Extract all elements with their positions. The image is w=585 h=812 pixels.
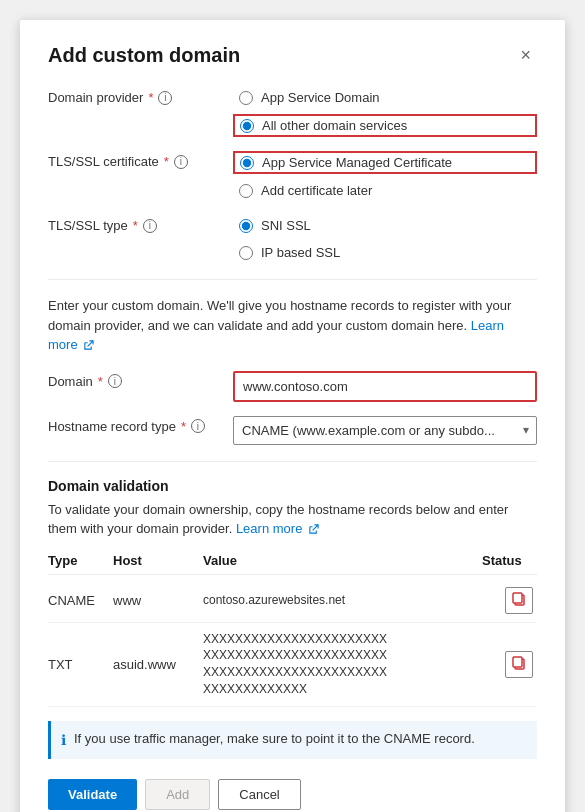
domain-provider-row: Domain provider * i App Service Domain A… xyxy=(48,87,537,137)
row1-copy-button[interactable] xyxy=(505,587,533,614)
table-row: TXT asuid.www XXXXXXXXXXXXXXXXXXXXXXXXXX… xyxy=(48,623,537,707)
col-host-header: Host xyxy=(113,553,203,568)
tls-type-info-icon[interactable]: i xyxy=(143,219,157,233)
radio-add-cert-later[interactable]: Add certificate later xyxy=(233,180,537,201)
row1-copy-cell xyxy=(482,587,537,614)
radio-ip-based-ssl[interactable]: IP based SSL xyxy=(233,242,537,263)
external-link-icon-2 xyxy=(308,524,319,535)
domain-field-label: Domain * i xyxy=(48,371,233,389)
radio-ip-based-ssl-input[interactable] xyxy=(239,246,253,260)
radio-add-cert-later-input[interactable] xyxy=(239,184,253,198)
dialog-title: Add custom domain xyxy=(48,44,240,67)
svg-rect-3 xyxy=(513,657,522,667)
tls-cert-controls: App Service Managed Certificate Add cert… xyxy=(233,151,537,201)
add-button: Add xyxy=(145,779,210,810)
domain-provider-info-icon[interactable]: i xyxy=(158,91,172,105)
hostname-record-type-controls: CNAME (www.example.com or any subdo... A… xyxy=(233,416,537,445)
hostname-record-type-select-wrapper: CNAME (www.example.com or any subdo... A… xyxy=(233,416,537,445)
tls-type-label: TLS/SSL type * i xyxy=(48,215,233,233)
hostname-record-type-select[interactable]: CNAME (www.example.com or any subdo... A… xyxy=(233,416,537,445)
row2-type: TXT xyxy=(48,657,113,672)
description-text: Enter your custom domain. We'll give you… xyxy=(48,296,537,355)
row1-host: www xyxy=(113,593,203,608)
tls-cert-info-icon[interactable]: i xyxy=(174,155,188,169)
tls-type-row: TLS/SSL type * i SNI SSL IP based SSL xyxy=(48,215,537,263)
hostname-record-type-label: Hostname record type * i xyxy=(48,416,233,434)
domain-provider-label: Domain provider * i xyxy=(48,87,233,105)
tls-cert-row: TLS/SSL certificate * i App Service Mana… xyxy=(48,151,537,201)
tls-cert-label: TLS/SSL certificate * i xyxy=(48,151,233,169)
domain-validation-desc: To validate your domain ownership, copy … xyxy=(48,500,537,539)
svg-rect-1 xyxy=(513,593,522,603)
col-status-header: Status xyxy=(482,553,537,568)
divider-2 xyxy=(48,461,537,462)
row1-value: contoso.azurewebsites.net xyxy=(203,592,482,609)
radio-all-other-domain-services-input[interactable] xyxy=(240,119,254,133)
close-button[interactable]: × xyxy=(514,44,537,66)
radio-app-service-domain[interactable]: App Service Domain xyxy=(233,87,537,108)
domain-provider-controls: App Service Domain All other domain serv… xyxy=(233,87,537,137)
tls-type-controls: SNI SSL IP based SSL xyxy=(233,215,537,263)
dialog-header: Add custom domain × xyxy=(48,44,537,67)
domain-field-controls xyxy=(233,371,537,402)
add-custom-domain-dialog: Add custom domain × Domain provider * i … xyxy=(20,20,565,812)
external-link-icon xyxy=(83,340,94,351)
validation-table: Type Host Value Status CNAME www contoso… xyxy=(48,553,537,707)
learn-more-link-validation[interactable]: Learn more xyxy=(236,521,319,536)
radio-app-service-managed-input[interactable] xyxy=(240,156,254,170)
cancel-button[interactable]: Cancel xyxy=(218,779,300,810)
col-type-header: Type xyxy=(48,553,113,568)
table-row: CNAME www contoso.azurewebsites.net xyxy=(48,579,537,623)
hostname-record-type-row: Hostname record type * i CNAME (www.exam… xyxy=(48,416,537,445)
radio-sni-ssl[interactable]: SNI SSL xyxy=(233,215,537,236)
radio-app-service-domain-input[interactable] xyxy=(239,91,253,105)
domain-field-info-icon[interactable]: i xyxy=(108,374,122,388)
row2-copy-cell xyxy=(482,651,537,678)
row2-value: XXXXXXXXXXXXXXXXXXXXXXXXXXXXXXXXXXXXXXXX… xyxy=(203,631,482,698)
hostname-record-type-info-icon[interactable]: i xyxy=(191,419,205,433)
radio-all-other-domain-services[interactable]: All other domain services xyxy=(233,114,537,137)
validate-button[interactable]: Validate xyxy=(48,779,137,810)
row1-type: CNAME xyxy=(48,593,113,608)
info-notice-icon: ℹ xyxy=(61,730,66,751)
row2-copy-button[interactable] xyxy=(505,651,533,678)
copy-icon-1 xyxy=(511,591,527,607)
footer-buttons: Validate Add Cancel xyxy=(48,775,537,810)
domain-validation-title: Domain validation xyxy=(48,478,537,494)
row2-host: asuid.www xyxy=(113,657,203,672)
table-header: Type Host Value Status xyxy=(48,553,537,575)
domain-field-row: Domain * i xyxy=(48,371,537,402)
divider-1 xyxy=(48,279,537,280)
domain-input[interactable] xyxy=(233,371,537,402)
info-notice-text: If you use traffic manager, make sure to… xyxy=(74,729,475,749)
copy-icon-2 xyxy=(511,655,527,671)
info-notice: ℹ If you use traffic manager, make sure … xyxy=(48,721,537,759)
col-value-header: Value xyxy=(203,553,482,568)
radio-app-service-managed[interactable]: App Service Managed Certificate xyxy=(233,151,537,174)
radio-sni-ssl-input[interactable] xyxy=(239,219,253,233)
